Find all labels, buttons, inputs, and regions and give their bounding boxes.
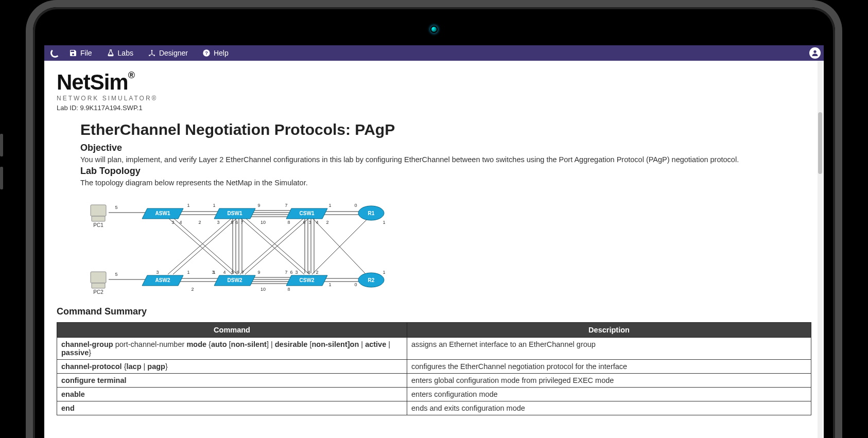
- svg-text:0: 0: [354, 282, 357, 287]
- table-row: endends and exits configuration mode: [57, 401, 811, 415]
- help-icon: ?: [202, 49, 211, 57]
- svg-rect-45: [91, 272, 106, 283]
- svg-text:ASW2: ASW2: [155, 277, 170, 283]
- scrollbar[interactable]: [818, 61, 823, 438]
- svg-text:7: 7: [240, 220, 243, 225]
- command-cell: enable: [57, 388, 407, 401]
- menu-help[interactable]: ? Help: [202, 49, 229, 57]
- svg-text:0: 0: [354, 203, 357, 208]
- svg-text:5: 5: [231, 220, 233, 225]
- objective-text: You will plan, implement, and verify Lay…: [80, 155, 811, 164]
- svg-line-33: [312, 218, 369, 274]
- svg-text:4: 4: [179, 220, 182, 225]
- svg-text:10: 10: [261, 220, 266, 225]
- svg-point-5: [813, 50, 816, 53]
- menu-file[interactable]: File: [69, 49, 92, 57]
- svg-text:1: 1: [213, 203, 215, 208]
- save-icon: [69, 49, 77, 57]
- table-row: channel-protocol {lacp | pagp}configures…: [57, 360, 811, 374]
- svg-text:10: 10: [261, 287, 266, 292]
- svg-point-2: [153, 55, 155, 56]
- page-title: EtherChannel Negotiation Protocols: PAgP: [80, 121, 811, 138]
- command-cell: configure terminal: [57, 374, 407, 388]
- svg-text:1: 1: [187, 203, 189, 208]
- pc1-node: PC1: [91, 205, 106, 228]
- menu-designer[interactable]: Designer: [148, 49, 188, 57]
- svg-text:9: 9: [257, 270, 260, 275]
- svg-rect-43: [92, 216, 105, 221]
- svg-text:5: 5: [231, 270, 234, 275]
- command-cell: channel-protocol {lacp | pagp}: [57, 360, 407, 374]
- loading-spinner-icon: [50, 48, 60, 58]
- svg-text:2: 2: [198, 220, 201, 225]
- logo-reg1: ®: [128, 70, 134, 80]
- flask-icon: [107, 49, 115, 57]
- asw2-node: ASW2: [142, 275, 183, 286]
- svg-text:2: 2: [316, 270, 318, 275]
- svg-text:1: 1: [383, 270, 385, 275]
- svg-text:6: 6: [235, 220, 238, 225]
- svg-point-1: [149, 55, 150, 56]
- svg-text:7: 7: [241, 270, 244, 275]
- r2-node: R2: [358, 273, 384, 287]
- svg-text:3: 3: [212, 270, 214, 275]
- menubar: File Labs Designer ?: [44, 45, 824, 61]
- app-screen: File Labs Designer ?: [44, 45, 824, 438]
- content-area: NetSim® NETWORK SIMULATOR® Lab ID: 9.9K1…: [44, 61, 824, 438]
- svg-text:3: 3: [295, 270, 298, 275]
- description-cell: configures the EtherChannel negotiation …: [407, 360, 811, 374]
- svg-text:1: 1: [187, 270, 189, 275]
- table-row: configure terminalenters global configur…: [57, 374, 811, 388]
- scrollbar-thumb[interactable]: [818, 112, 822, 174]
- dsw1-node: DSW1: [214, 208, 255, 219]
- description-cell: enters configuration mode: [407, 388, 811, 401]
- menu-file-label: File: [80, 49, 92, 57]
- svg-text:?: ?: [205, 50, 208, 56]
- topology-diagram: PC1 PC2 ASW1: [80, 192, 410, 300]
- svg-text:4: 4: [307, 270, 310, 275]
- menu-designer-label: Designer: [159, 49, 188, 57]
- device-camera: [429, 25, 439, 34]
- description-cell: assigns an Ethernet interface to an Ethe…: [407, 338, 811, 360]
- logo-reg2: ®: [152, 95, 158, 102]
- objective-heading: Objective: [80, 143, 811, 153]
- svg-text:6: 6: [290, 270, 292, 275]
- svg-text:9: 9: [257, 203, 260, 208]
- menu-help-label: Help: [214, 49, 229, 57]
- svg-text:4: 4: [223, 270, 225, 275]
- csw1-node: CSW1: [286, 208, 327, 219]
- svg-text:PC1: PC1: [93, 222, 103, 228]
- command-summary-table: Command Description channel-group port-c…: [57, 322, 811, 415]
- svg-text:R1: R1: [368, 211, 375, 216]
- user-avatar-icon[interactable]: [809, 47, 821, 59]
- topology-text: The topology diagram below represents th…: [80, 179, 811, 187]
- description-cell: ends and exits configuration mode: [407, 401, 811, 415]
- menu-labs[interactable]: Labs: [107, 49, 133, 57]
- lab-id-value: 9.9K117A194.SWP.1: [80, 104, 143, 112]
- topology-heading: Lab Topology: [80, 166, 811, 177]
- svg-text:3: 3: [156, 270, 159, 275]
- svg-text:ASW1: ASW1: [155, 211, 170, 216]
- col-command: Command: [57, 323, 407, 338]
- dsw2-node: DSW2: [214, 275, 255, 286]
- command-cell: end: [57, 401, 407, 415]
- network-icon: [148, 49, 156, 57]
- svg-text:8: 8: [287, 220, 290, 225]
- svg-text:2: 2: [191, 287, 194, 292]
- description-cell: enters global configuration mode from pr…: [407, 374, 811, 388]
- svg-text:1: 1: [328, 282, 331, 287]
- svg-text:7: 7: [285, 270, 287, 275]
- svg-text:3: 3: [171, 220, 174, 225]
- svg-text:1: 1: [383, 220, 385, 225]
- csw2-node: CSW2: [286, 275, 327, 286]
- lab-id-label: Lab ID:: [57, 104, 80, 112]
- svg-text:R2: R2: [368, 277, 375, 283]
- lab-id: Lab ID: 9.9K117A194.SWP.1: [57, 104, 811, 112]
- svg-text:7: 7: [285, 203, 287, 208]
- svg-text:6: 6: [303, 220, 305, 225]
- svg-line-32: [312, 218, 366, 274]
- svg-text:DSW1: DSW1: [228, 211, 242, 216]
- tablet-frame: File Labs Designer ?: [26, 0, 842, 438]
- svg-text:6: 6: [236, 270, 239, 275]
- svg-text:5: 5: [115, 272, 117, 277]
